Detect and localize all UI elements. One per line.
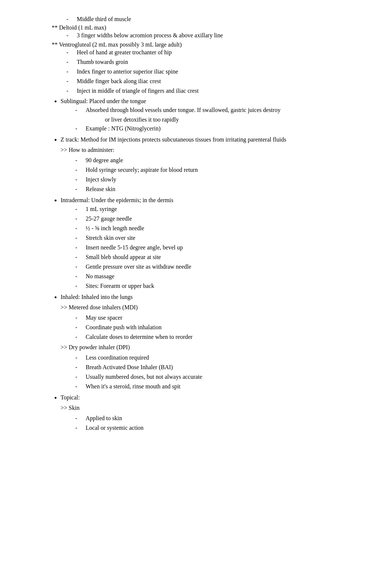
sublingual-label: Sublingual: Placed under the tongue — [61, 98, 146, 104]
dash-text: Thumb towards groin — [77, 58, 128, 67]
dash-symbol: - — [66, 77, 74, 86]
dash-text: Release skin — [86, 185, 115, 194]
dash-item: - Usually numbered doses, but not always… — [75, 372, 362, 381]
dash-item: - Inject in middle of triangle of finger… — [66, 86, 362, 95]
mdi-dashes: - May use spacer - Coordinate push with … — [75, 313, 362, 341]
dash-text: Middle third of muscle — [77, 15, 131, 24]
dash-text: Coordinate push with inhalation — [86, 323, 162, 332]
main-bullet-list: Sublingual: Placed under the tongue - Ab… — [52, 97, 362, 432]
dash-text: When it's a steroid, rinse mouth and spi… — [86, 382, 180, 391]
dash-text: May use spacer — [86, 313, 123, 322]
dash-text: Insert needle 5-15 degree angle, bevel u… — [86, 243, 183, 252]
dash-symbol: - — [75, 272, 83, 281]
dash-text: Breath Activated Dose Inhaler (BAI) — [86, 363, 173, 372]
dash-text: Inject in middle of triangle of fingers … — [77, 86, 199, 95]
dash-symbol: - — [75, 262, 83, 271]
dash-item: - No massage — [75, 272, 362, 281]
dash-item: - Thumb towards groin — [66, 58, 362, 67]
dash-text: Index finger to anterior superior iliac … — [77, 67, 178, 76]
dash-item: - Insert needle 5-15 degree angle, bevel… — [75, 243, 362, 252]
inhaled-bullet: Inhaled: Inhaled into the lungs >> Meter… — [61, 293, 362, 391]
dash-text: Calculate doses to determine when to reo… — [86, 333, 193, 341]
dash-item: - Stretch skin over site — [75, 234, 362, 242]
dash-symbol: - — [75, 106, 83, 115]
dash-symbol: - — [75, 363, 83, 372]
dash-item: - Heel of hand at greater trochanter of … — [66, 48, 362, 57]
dash-symbol: - — [75, 382, 83, 391]
dash-item: - Breath Activated Dose Inhaler (BAI) — [75, 363, 362, 372]
dash-symbol: - — [75, 323, 83, 332]
dash-text: No massage — [86, 272, 114, 281]
topical-label: Topical: — [61, 394, 80, 401]
topical-bullet: Topical: >> Skin - Applied to skin - Loc… — [61, 393, 362, 432]
dash-item: - 1 mL syringe — [75, 205, 362, 214]
dash-text: Applied to skin — [86, 414, 122, 423]
dash-item: - May use spacer — [75, 313, 362, 322]
dash-symbol: - — [75, 333, 83, 341]
dash-item: - Middle third of muscle — [66, 15, 362, 24]
dash-text: Local or systemic action — [86, 423, 144, 432]
dash-symbol: - — [75, 253, 83, 262]
wrapped-text: or liver detoxifies it too rapidly — [105, 116, 179, 123]
ztrack-arrow: >> How to administer: — [61, 146, 362, 154]
dash-symbol: - — [66, 86, 74, 95]
dash-text: Middle finger back along iliac crest — [77, 77, 161, 86]
intradermal-label: Intradermal: Under the epidermis; in the… — [61, 197, 173, 203]
dash-text: ½ - ⅝ inch length needle — [86, 224, 144, 233]
deltoid-dashes: - 3 finger widths below acromion process… — [66, 31, 362, 40]
dash-text: 3 finger widths below acromion process &… — [77, 31, 223, 40]
dash-symbol: - — [66, 67, 74, 76]
sub-sub-text: or liver detoxifies it too rapidly — [105, 115, 362, 124]
mdi-arrow: >> Metered dose inhalers (MDI) — [61, 303, 362, 312]
dpi-dashes: - Less coordination required - Breath Ac… — [75, 353, 362, 391]
dash-item: - 25-27 gauge needle — [75, 214, 362, 223]
dash-text: Heel of hand at greater trochanter of hi… — [77, 48, 172, 57]
dash-symbol: - — [66, 31, 74, 40]
dash-symbol: - — [75, 282, 83, 290]
ztrack-bullet: Z track: Method for IM injections protec… — [61, 135, 362, 194]
dash-text: 1 mL syringe — [86, 205, 117, 214]
dash-item: - Small bleb should appear at site — [75, 253, 362, 262]
dash-item: - Inject slowly — [75, 175, 362, 184]
intradermal-dashes: - 1 mL syringe - 25-27 gauge needle - ½ … — [75, 205, 362, 290]
dash-item: - Less coordination required — [75, 353, 362, 362]
dash-symbol: - — [66, 58, 74, 67]
dash-text: Stretch skin over site — [86, 234, 135, 242]
dash-symbol: - — [75, 243, 83, 252]
dash-symbol: - — [75, 156, 83, 165]
dash-text: Example : NTG (Nitroglycerin) — [86, 124, 161, 133]
dash-item: - 3 finger widths below acromion process… — [66, 31, 362, 40]
dash-text: Inject slowly — [86, 175, 116, 184]
dash-symbol: - — [75, 372, 83, 381]
sublingual-bullet: Sublingual: Placed under the tongue - Ab… — [61, 97, 362, 133]
ventrogluteal-dashes: - Heel of hand at greater trochanter of … — [66, 48, 362, 95]
ztrack-dashes: - 90 degree angle - Hold syringe securel… — [75, 156, 362, 194]
dash-text: Hold syringe securely; aspirate for bloo… — [86, 166, 198, 174]
dash-item: - When it's a steroid, rinse mouth and s… — [75, 382, 362, 391]
dash-item: - Hold syringe securely; aspirate for bl… — [75, 166, 362, 174]
sublingual-dashes: - Absorbed through blood vessels under t… — [75, 106, 362, 133]
skin-arrow: >> Skin — [61, 404, 362, 412]
deltoid-section: ** Deltoid (1 mL max) - 3 finger widths … — [52, 24, 362, 40]
dash-symbol: - — [75, 414, 83, 423]
inhaled-label: Inhaled: Inhaled into the lungs — [61, 294, 133, 300]
dash-item: - ½ - ⅝ inch length needle — [75, 224, 362, 233]
dash-symbol: - — [75, 313, 83, 322]
dash-symbol: - — [75, 234, 83, 242]
dash-symbol: - — [66, 15, 74, 24]
dash-symbol: - — [75, 166, 83, 174]
ztrack-label: Z track: Method for IM injections protec… — [61, 136, 286, 143]
dash-item: - Example : NTG (Nitroglycerin) — [75, 124, 362, 133]
dash-text: Usually numbered doses, but not always a… — [86, 372, 202, 381]
dash-text: Less coordination required — [86, 353, 149, 362]
dash-symbol: - — [75, 214, 83, 223]
deltoid-label: ** Deltoid (1 mL max) — [52, 24, 362, 31]
dash-symbol: - — [75, 205, 83, 214]
dash-symbol: - — [75, 175, 83, 184]
dash-item: - Local or systemic action — [75, 423, 362, 432]
dash-text: Small bleb should appear at site — [86, 253, 161, 262]
dash-item: - Middle finger back along iliac crest — [66, 77, 362, 86]
dpi-arrow: >> Dry powder inhaler (DPI) — [61, 343, 362, 352]
top-section: - Middle third of muscle — [66, 15, 362, 24]
dash-text: Absorbed through blood vessels under ton… — [86, 106, 281, 115]
